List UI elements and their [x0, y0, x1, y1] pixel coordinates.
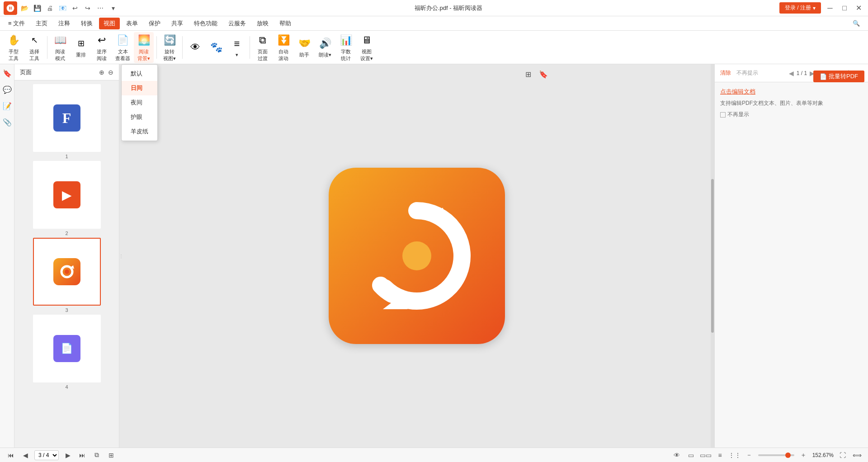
sidebar-attachment-icon[interactable]: 📎	[2, 117, 13, 127]
no-remind-button[interactable]: 不再提示	[736, 69, 758, 77]
bg-option-night[interactable]: 夜间	[122, 95, 157, 110]
toolbar-word-count[interactable]: 📊 字数统计	[336, 32, 356, 63]
menu-form[interactable]: 表单	[122, 18, 142, 29]
select-tool-label: 选择工具	[29, 48, 39, 62]
fullscreen-icon[interactable]: ⛶	[837, 450, 848, 461]
zoom-in-icon[interactable]: ＋	[798, 450, 809, 461]
last-page-button[interactable]: ⏭	[77, 450, 88, 461]
thumbnail-item-4[interactable]: 📄 4	[33, 315, 101, 390]
no-show-checkbox[interactable]	[720, 112, 726, 118]
scrollbar-thumb[interactable]	[711, 179, 714, 332]
view-eye-icon[interactable]: 👁	[671, 450, 682, 461]
redo-icon[interactable]: ↪	[83, 4, 92, 13]
email-icon[interactable]: 📧	[58, 4, 67, 13]
top-right-overlay-icons: ⊞ 🔖	[522, 68, 550, 80]
toolbar-view-settings[interactable]: 🖥 视图设置▾	[357, 32, 377, 63]
copy-page-icon[interactable]: ⧉	[91, 450, 102, 461]
grid-view-icon[interactable]: ⊞	[522, 68, 534, 80]
page-progress: 1 / 1	[797, 70, 807, 76]
edit-document-link[interactable]: 点击编辑文档	[720, 88, 863, 96]
scroll-view-icon[interactable]: ≡	[715, 450, 726, 461]
menu-home[interactable]: 主页	[31, 18, 52, 29]
print-icon[interactable]: 🖨	[45, 4, 54, 13]
vertical-scrollbar[interactable]	[711, 64, 714, 448]
more-icon[interactable]: ⋯	[96, 4, 105, 13]
word-count-icon: 📊	[339, 33, 353, 47]
clear-button[interactable]: 清除	[720, 69, 731, 77]
nav-prev-icon[interactable]: ◀	[789, 70, 794, 77]
sidebar-bookmark-icon[interactable]: 🔖	[2, 68, 13, 79]
minimize-button[interactable]: ─	[825, 3, 835, 14]
toolbar-eye[interactable]: 👁	[185, 39, 205, 56]
toolbar-auto-scroll[interactable]: ⏬ 自动滚动	[274, 32, 293, 63]
toolbar-reading-mode[interactable]: 📖 阅读模式	[50, 32, 70, 63]
menu-file[interactable]: ≡ 文件	[4, 18, 29, 29]
toolbar-paw[interactable]: 🐾	[206, 39, 226, 56]
assistant-icon: 🤝	[297, 36, 311, 51]
reverse-reading-icon: ↩	[94, 33, 109, 47]
titlebar: 📂 💾 🖨 📧 ↩ ↪ ⋯ ▾ 福昕办公.pdf - 福昕阅读器 批量转PDF …	[0, 0, 868, 16]
toolbar-text-reader[interactable]: 📄 文本查看器	[113, 32, 133, 63]
expand-page-icon[interactable]: ⊞	[106, 450, 117, 461]
toolbar-hand-tool[interactable]: ✋ 手型工具	[4, 32, 24, 63]
undo-icon[interactable]: ↩	[71, 4, 80, 13]
toolbar-page-transition[interactable]: ⧉ 页面过渡	[253, 32, 273, 63]
menu-protect[interactable]: 保护	[144, 18, 165, 29]
toolbar-align[interactable]: ≡ ▾	[227, 36, 247, 59]
menu-share[interactable]: 共享	[167, 18, 188, 29]
menu-cloud[interactable]: 云服务	[224, 18, 250, 29]
next-page-button[interactable]: ▶	[62, 450, 73, 461]
thumbnail-header: 页面 ⊕ ⊖	[14, 64, 119, 80]
page-number-select[interactable]: 3 / 4	[34, 450, 59, 460]
toolbar-reorder[interactable]: ⊞ 重排	[71, 35, 91, 59]
toolbar-rotate-view[interactable]: 🔄 旋转视图▾	[160, 32, 179, 63]
svg-point-1	[65, 269, 69, 274]
bookmark-view-icon[interactable]: 🔖	[537, 68, 550, 80]
reorder-label: 重排	[76, 52, 86, 58]
menu-annotation[interactable]: 注释	[54, 18, 75, 29]
thumbnail-body: F 1 ▶ 2	[14, 80, 119, 448]
menu-convert[interactable]: 转换	[76, 18, 97, 29]
bg-option-default[interactable]: 默认	[122, 66, 157, 81]
single-page-icon[interactable]: ▭	[686, 450, 697, 461]
save-icon[interactable]: 💾	[33, 4, 42, 13]
close-button[interactable]: ✕	[854, 3, 864, 14]
menu-present[interactable]: 放映	[252, 18, 273, 29]
thumbnail-panel: 页面 ⊕ ⊖ F 1 ▶	[14, 64, 119, 448]
menu-help[interactable]: 帮助	[275, 18, 296, 29]
toolbar-read-aloud[interactable]: 🔊 朗读▾	[315, 35, 335, 59]
thumb-zoom-out-icon[interactable]: ⊖	[108, 69, 113, 76]
toolbar-select-tool[interactable]: ↖ 选择工具	[24, 32, 44, 63]
open-file-icon[interactable]: 📂	[20, 4, 29, 13]
down-arrow-icon[interactable]: ▾	[108, 4, 118, 13]
sidebar-comment-icon[interactable]: 💬	[2, 84, 13, 95]
thumbnail-item-2[interactable]: ▶ 2	[33, 161, 101, 236]
double-page-icon[interactable]: ▭▭	[700, 450, 711, 461]
login-button[interactable]: 批量转PDF 登录 / 注册 ▾	[779, 2, 821, 14]
titlebar-left: 📂 💾 🖨 📧 ↩ ↪ ⋯ ▾	[4, 1, 118, 15]
maximize-button[interactable]: □	[839, 3, 850, 14]
menu-search[interactable]: 🔍	[848, 18, 864, 28]
sidebar-annotation-icon[interactable]: 📝	[2, 100, 13, 111]
toolbar-read-bg[interactable]: 🌅 阅读背景▾	[134, 32, 154, 63]
continuous-scroll-icon[interactable]: ⋮⋮	[729, 450, 740, 461]
menu-special[interactable]: 特色功能	[189, 18, 222, 29]
bg-option-day[interactable]: 日间	[122, 81, 157, 95]
thumbnail-item-3[interactable]: 3	[33, 238, 101, 313]
bg-option-parchment[interactable]: 羊皮纸	[122, 124, 157, 139]
thumbnail-item-1[interactable]: F 1	[33, 84, 101, 159]
zoom-out-icon[interactable]: －	[744, 450, 755, 461]
bg-option-eye[interactable]: 护眼	[122, 110, 157, 124]
first-page-button[interactable]: ⏮	[5, 450, 16, 461]
toolbar-reverse-reading[interactable]: ↩ 逆序阅读	[92, 32, 112, 63]
zoom-slider[interactable]	[758, 454, 794, 456]
menu-view[interactable]: 视图	[99, 18, 120, 29]
batch-convert-button[interactable]: 📄 批量转PDF	[813, 71, 864, 82]
thumbnail-image-4: 📄	[33, 315, 101, 382]
fit-width-icon[interactable]: ⟺	[852, 450, 863, 461]
thumb-zoom-in-icon[interactable]: ⊕	[99, 69, 104, 76]
toolbar-assistant[interactable]: 🤝 助手	[294, 35, 314, 59]
prev-page-button[interactable]: ◀	[20, 450, 31, 461]
no-show-checkbox-row: 不再显示	[720, 111, 863, 118]
thumbnail-image-2: ▶	[33, 161, 101, 229]
